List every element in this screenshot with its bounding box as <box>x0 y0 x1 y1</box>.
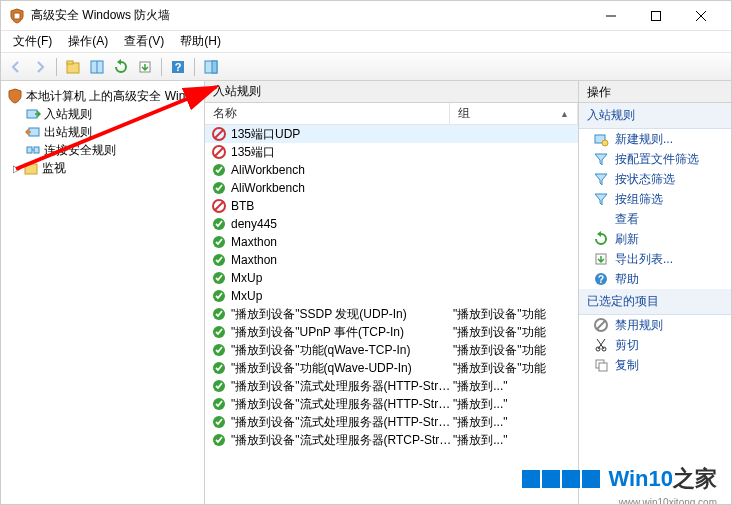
blocked-icon <box>211 144 227 160</box>
export-button[interactable] <box>134 56 156 78</box>
rule-row[interactable]: MxUp <box>205 269 578 287</box>
column-name[interactable]: 名称 <box>205 103 450 124</box>
rule-row[interactable]: "播放到设备"流式处理服务器(HTTP-Stre..."播放到..." <box>205 395 578 413</box>
action-item[interactable]: 禁用规则 <box>579 315 731 335</box>
rule-row[interactable]: AliWorkbench <box>205 161 578 179</box>
outbound-icon <box>25 124 41 140</box>
svg-line-21 <box>215 130 223 138</box>
refresh-icon <box>593 231 609 247</box>
rule-row[interactable]: "播放到设备"功能(qWave-UDP-In)"播放到设备"功能 <box>205 359 578 377</box>
rule-name: "播放到设备"功能(qWave-UDP-In) <box>231 360 453 377</box>
menu-action[interactable]: 操作(A) <box>60 31 116 52</box>
allowed-icon <box>211 378 227 394</box>
action-item[interactable]: 按组筛选 <box>579 189 731 209</box>
menu-bar: 文件(F) 操作(A) 查看(V) 帮助(H) <box>1 31 731 53</box>
rule-name: "播放到设备"流式处理服务器(HTTP-Stre... <box>231 378 453 395</box>
rule-row[interactable]: 135端口 <box>205 143 578 161</box>
window-controls <box>588 1 723 31</box>
action-label: 剪切 <box>615 337 639 354</box>
action-item[interactable]: 按状态筛选 <box>579 169 731 189</box>
rule-group: "播放到..." <box>453 414 572 431</box>
rule-row[interactable]: "播放到设备"流式处理服务器(RTCP-Stre..."播放到..." <box>205 431 578 449</box>
action-item[interactable]: 复制 <box>579 355 731 375</box>
tree-item-inbound[interactable]: 入站规则 <box>3 105 202 123</box>
rule-row[interactable]: MxUp <box>205 287 578 305</box>
rule-row[interactable]: "播放到设备"UPnP 事件(TCP-In)"播放到设备"功能 <box>205 323 578 341</box>
maximize-button[interactable] <box>633 1 678 31</box>
menu-help[interactable]: 帮助(H) <box>172 31 229 52</box>
help-button[interactable]: ? <box>167 56 189 78</box>
allowed-icon <box>211 414 227 430</box>
rule-row[interactable]: Maxthon <box>205 251 578 269</box>
forward-button[interactable] <box>29 56 51 78</box>
tree-item-monitoring[interactable]: ▷ 监视 <box>3 159 202 177</box>
allowed-icon <box>211 162 227 178</box>
action-item[interactable]: ?帮助 <box>579 269 731 289</box>
back-button[interactable] <box>5 56 27 78</box>
action-pane-button[interactable] <box>200 56 222 78</box>
rule-row[interactable]: "播放到设备"SSDP 发现(UDP-In)"播放到设备"功能 <box>205 305 578 323</box>
tree-item-label: 入站规则 <box>44 106 92 123</box>
tree-root[interactable]: 本地计算机 上的高级安全 Win <box>3 87 202 105</box>
tree-item-label: 监视 <box>42 160 66 177</box>
svg-line-23 <box>215 148 223 156</box>
tree-item-outbound[interactable]: 出站规则 <box>3 123 202 141</box>
rule-row[interactable]: Maxthon <box>205 233 578 251</box>
action-item[interactable]: 剪切 <box>579 335 731 355</box>
menu-view[interactable]: 查看(V) <box>116 31 172 52</box>
column-headers: 名称 组▲ <box>205 103 578 125</box>
action-item[interactable]: 导出列表... <box>579 249 731 269</box>
action-item[interactable]: 新建规则... <box>579 129 731 149</box>
actions-body: 入站规则 新建规则...按配置文件筛选按状态筛选按组筛选查看刷新导出列表...?… <box>579 103 731 504</box>
rule-row[interactable]: BTB <box>205 197 578 215</box>
rule-group: "播放到设备"功能 <box>453 360 572 377</box>
watermark-logo-icon <box>562 470 600 488</box>
svg-text:?: ? <box>598 274 604 285</box>
column-group[interactable]: 组▲ <box>450 103 578 124</box>
action-item[interactable]: 按配置文件筛选 <box>579 149 731 169</box>
rule-group: "播放到..." <box>453 396 572 413</box>
copy-icon <box>593 357 609 373</box>
tree-item-connection-security[interactable]: 连接安全规则 <box>3 141 202 159</box>
action-item[interactable]: 查看 <box>579 209 731 229</box>
rule-name: deny445 <box>231 217 453 231</box>
rule-row[interactable]: 135端口UDP <box>205 125 578 143</box>
filter-icon <box>593 191 609 207</box>
rule-name: BTB <box>231 199 453 213</box>
svg-rect-17 <box>34 147 39 153</box>
up-button[interactable] <box>62 56 84 78</box>
action-label: 复制 <box>615 357 639 374</box>
rule-row[interactable]: "播放到设备"功能(qWave-TCP-In)"播放到设备"功能 <box>205 341 578 359</box>
action-item[interactable]: 刷新 <box>579 229 731 249</box>
watermark-logo-icon <box>522 470 560 488</box>
rule-name: AliWorkbench <box>231 181 453 195</box>
watermark: Win10之家 www.win10xitong.com <box>522 464 717 494</box>
rule-group: "播放到设备"功能 <box>453 324 572 341</box>
actions-section-inbound: 入站规则 <box>579 103 731 129</box>
rule-row[interactable]: AliWorkbench <box>205 179 578 197</box>
minimize-button[interactable] <box>588 1 633 31</box>
center-header: 入站规则 <box>205 81 578 103</box>
refresh-button[interactable] <box>110 56 132 78</box>
show-hide-button[interactable] <box>86 56 108 78</box>
rule-row[interactable]: "播放到设备"流式处理服务器(HTTP-Stre..."播放到..." <box>205 413 578 431</box>
rule-name: Maxthon <box>231 253 453 267</box>
expand-toggle[interactable]: ▷ <box>11 163 23 174</box>
rule-row[interactable]: "播放到设备"流式处理服务器(HTTP-Stre..."播放到..." <box>205 377 578 395</box>
main-area: 本地计算机 上的高级安全 Win 入站规则 出站规则 连接安全规则 ▷ 监视 入… <box>1 81 731 504</box>
tree-panel: 本地计算机 上的高级安全 Win 入站规则 出站规则 连接安全规则 ▷ 监视 <box>1 81 205 504</box>
rule-row[interactable]: deny445 <box>205 215 578 233</box>
cut-icon <box>593 337 609 353</box>
action-label: 按状态筛选 <box>615 171 675 188</box>
toolbar-separator <box>161 58 162 76</box>
rule-list[interactable]: 135端口UDP135端口AliWorkbenchAliWorkbenchBTB… <box>205 125 578 504</box>
action-label: 禁用规则 <box>615 317 663 334</box>
rule-name: "播放到设备"UPnP 事件(TCP-In) <box>231 324 453 341</box>
actions-panel: 操作 入站规则 新建规则...按配置文件筛选按状态筛选按组筛选查看刷新导出列表.… <box>579 81 731 504</box>
action-label: 按配置文件筛选 <box>615 151 699 168</box>
close-button[interactable] <box>678 1 723 31</box>
svg-rect-2 <box>651 11 660 20</box>
tree-item-label: 出站规则 <box>44 124 92 141</box>
rule-group: "播放到设备"功能 <box>453 342 572 359</box>
menu-file[interactable]: 文件(F) <box>5 31 60 52</box>
